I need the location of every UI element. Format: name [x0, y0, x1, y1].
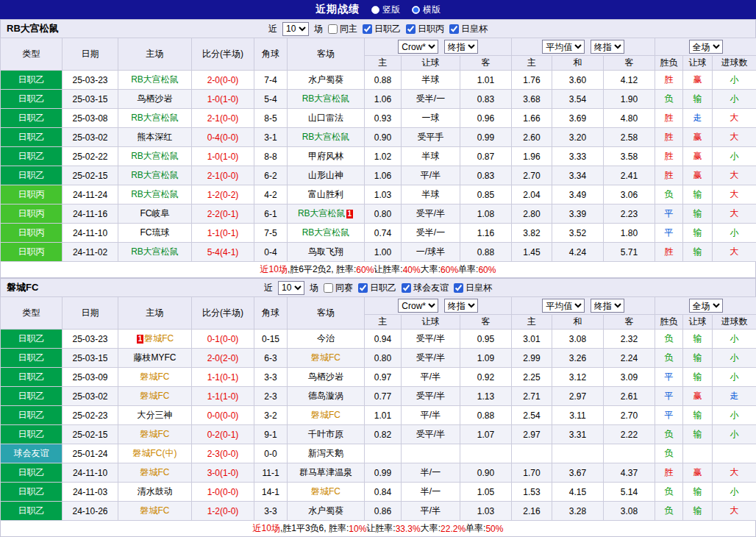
- emperors-cup-checkbox[interactable]: [449, 24, 459, 34]
- avg-odds-select[interactable]: 平均值: [542, 40, 585, 54]
- scope-select[interactable]: 全场: [689, 299, 723, 313]
- result-flag: 胜: [655, 128, 683, 147]
- match-row: 日职乙24-11-10磐城FC3-0(1-0)11-1群马草津温泉0.99半/一…: [1, 463, 756, 483]
- away-team[interactable]: 鸟取飞翔: [288, 243, 365, 262]
- team-name-text: 磐城FC(中): [133, 448, 177, 458]
- filter-same-home[interactable]: 同主: [328, 23, 357, 35]
- home-team[interactable]: 1磐城FC: [118, 330, 192, 349]
- odds-away: 1.08: [460, 205, 512, 224]
- away-team[interactable]: 今治: [288, 330, 365, 349]
- away-team[interactable]: RB大宫松鼠: [288, 128, 365, 147]
- away-team[interactable]: 千叶市原: [288, 425, 365, 444]
- club-friendly-checkbox[interactable]: [402, 283, 411, 293]
- filter-emperors-cup[interactable]: 日皇杯: [454, 282, 492, 294]
- same-competition-checkbox[interactable]: [324, 283, 333, 293]
- score: 1-1(1-0): [192, 387, 254, 406]
- home-team[interactable]: 鸟栖沙岩: [118, 90, 192, 109]
- league-badge: 日职丙: [1, 205, 63, 224]
- home-team[interactable]: RB大宫松鼠: [118, 185, 192, 205]
- away-team[interactable]: 新泻天鹅: [288, 444, 365, 463]
- filter-club-friendly[interactable]: 球会友谊: [402, 282, 449, 294]
- filter-emperors-cup[interactable]: 日皇杯: [449, 23, 488, 35]
- home-team[interactable]: 藤枝MYFC: [118, 349, 192, 368]
- home-team[interactable]: 大分三神: [118, 406, 192, 425]
- home-team[interactable]: 磐城FC: [118, 425, 192, 444]
- same-home-checkbox[interactable]: [328, 24, 338, 34]
- radio-vertical-layout[interactable]: 竖版: [371, 4, 400, 16]
- result-flag: 胜: [655, 147, 683, 166]
- match-date: 25-02-22: [63, 147, 118, 166]
- team-name-text: 千叶市原: [308, 429, 343, 439]
- odds-home: 0.80: [365, 349, 402, 368]
- away-team[interactable]: 水户蜀葵: [288, 71, 365, 90]
- away-team[interactable]: RB大宫松鼠1: [288, 205, 365, 224]
- home-team[interactable]: 磐城FC: [118, 463, 192, 483]
- away-team[interactable]: 磐城FC: [288, 406, 365, 425]
- score: 1-0(1-0): [192, 90, 254, 109]
- avg-away: 3.09: [604, 368, 655, 387]
- home-team[interactable]: RB大宫松鼠: [118, 147, 192, 166]
- league-badge: 球会友谊: [1, 444, 63, 463]
- home-team[interactable]: 磐城FC(中): [118, 444, 192, 463]
- league-badge: 日职丙: [1, 243, 63, 262]
- away-team[interactable]: 甲府风林: [288, 147, 365, 166]
- home-team[interactable]: FC岐阜: [118, 205, 192, 224]
- away-team[interactable]: 德岛漩涡: [288, 387, 365, 406]
- recent-count-select[interactable]: 10: [278, 281, 304, 295]
- handicap-line: 受平/半: [402, 387, 460, 406]
- odds-away: 0.87: [460, 147, 512, 166]
- filter-league-j3[interactable]: 日职丙: [406, 23, 444, 35]
- odds-final-select[interactable]: 终指: [444, 40, 478, 54]
- away-team[interactable]: 富山胜利: [288, 185, 365, 205]
- home-team[interactable]: RB大宫松鼠: [118, 71, 192, 90]
- radio-horizontal-layout[interactable]: 横版: [412, 4, 441, 16]
- emperors-cup-checkbox[interactable]: [454, 283, 463, 293]
- goals-result: 大: [713, 166, 756, 185]
- recent-count-select[interactable]: 10: [282, 22, 309, 36]
- avg-odds-select[interactable]: 平均值: [542, 299, 585, 313]
- home-team[interactable]: 清水鼓动: [118, 483, 192, 502]
- filter-league-j2[interactable]: 日职乙: [363, 23, 401, 35]
- home-team[interactable]: 磐城FC: [118, 387, 192, 406]
- filter-same-competition[interactable]: 同赛: [324, 282, 353, 294]
- score: 2-1(0-0): [192, 109, 254, 128]
- scope-select[interactable]: 全场: [689, 40, 723, 54]
- match-date: 24-11-03: [63, 483, 118, 502]
- away-team[interactable]: 磐城FC: [288, 483, 365, 502]
- avg-final-select[interactable]: 终指: [591, 299, 624, 313]
- avg-select-cell: 平均值 终指: [512, 38, 655, 56]
- home-team[interactable]: FC琉球: [118, 224, 192, 243]
- home-team[interactable]: RB大宫松鼠: [118, 166, 192, 185]
- filter-league-j2[interactable]: 日职乙: [358, 282, 396, 294]
- home-team[interactable]: 熊本深红: [118, 128, 192, 147]
- home-team[interactable]: 磐城FC: [118, 368, 192, 387]
- odds-final-select[interactable]: 终指: [444, 299, 478, 313]
- red-card-badge: 1: [346, 210, 354, 218]
- match-row: 日职乙25-03-09磐城FC1-1(0-1)3-3鸟栖沙岩0.97平/半0.9…: [1, 368, 756, 387]
- avg-final-select[interactable]: 终指: [591, 40, 624, 54]
- away-team[interactable]: 山口雷法: [288, 109, 365, 128]
- home-team[interactable]: RB大宫松鼠: [118, 243, 192, 262]
- goals-result: 大: [713, 128, 756, 147]
- away-team[interactable]: 水户蜀葵: [288, 502, 365, 521]
- avg-draw: 4.15: [552, 483, 604, 502]
- odds-company-select[interactable]: Crow*: [398, 40, 438, 54]
- away-team[interactable]: 磐城FC: [288, 349, 365, 368]
- home-team[interactable]: RB大宫松鼠: [118, 109, 192, 128]
- league-badge: 日职乙: [1, 483, 63, 502]
- away-team[interactable]: 鸟栖沙岩: [288, 368, 365, 387]
- odds-home: 0.74: [365, 224, 402, 243]
- handicap-line: 受平/半: [402, 349, 460, 368]
- away-team[interactable]: RB大宫松鼠: [288, 90, 365, 109]
- radio-icon[interactable]: [412, 6, 420, 14]
- odds-company-select[interactable]: Crow*: [398, 299, 438, 313]
- radio-icon[interactable]: [371, 6, 379, 14]
- league-j3-checkbox[interactable]: [406, 24, 416, 34]
- home-team[interactable]: 磐城FC: [118, 502, 192, 521]
- away-team[interactable]: 群马草津温泉: [288, 463, 365, 483]
- away-team[interactable]: 山形山神: [288, 166, 365, 185]
- match-row: 日职乙25-03-15藤枝MYFC2-0(2-0)6-3磐城FC0.80受平/半…: [1, 349, 756, 368]
- away-team[interactable]: RB大宫松鼠: [288, 224, 365, 243]
- league-j2-checkbox[interactable]: [363, 24, 372, 34]
- league-j2-checkbox[interactable]: [358, 283, 368, 293]
